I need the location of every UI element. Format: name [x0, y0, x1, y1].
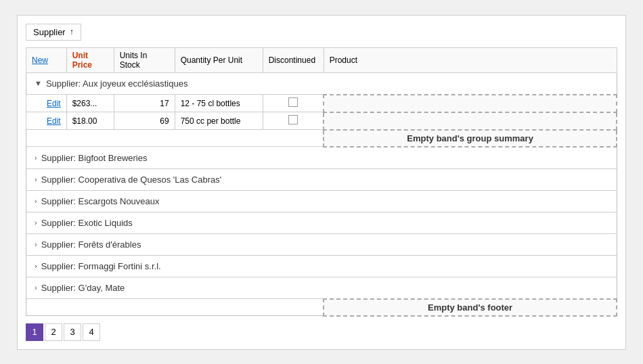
qty-cell-0-0: 12 - 75 cl bottles — [175, 95, 263, 112]
col-header-discontinued: Discontinued — [263, 47, 324, 72]
col-header-units-stock: Units In Stock — [114, 47, 175, 72]
col-header-new: New — [26, 47, 67, 72]
col-header-qty-per-unit: Quantity Per Unit — [175, 47, 263, 72]
unit-price-cell-0-0: $263... — [66, 95, 114, 112]
group-label-3: Supplier: Escargots Nouveaux — [41, 196, 160, 206]
checkbox-0-0[interactable] — [288, 97, 298, 107]
discontinued-label: Discontinued — [269, 55, 315, 65]
footer-empty — [26, 299, 324, 316]
edit-link-0-0[interactable]: Edit — [47, 99, 61, 108]
data-row-0-0: Edit $263... 17 12 - 75 cl bottles Band'… — [26, 95, 617, 112]
group-summary-row: Empty band's group summary — [26, 130, 617, 147]
chevron-right-icon-4[interactable]: › — [35, 219, 37, 227]
chevron-right-icon-5[interactable]: › — [35, 240, 37, 248]
header-row: New Unit Price Units In Stock Quantity P… — [26, 47, 617, 72]
group-label-1: Supplier: Bigfoot Breweries — [41, 153, 148, 163]
empty-product-cell-0-0: Band's Empty Data Cell — [324, 95, 617, 112]
group-row-6: › Supplier: Formaggi Fortini s.r.l. — [26, 255, 617, 277]
product-label: Product — [330, 55, 357, 65]
group-row-7: › Supplier: G'day, Mate — [26, 277, 617, 299]
page-btn-4[interactable]: 4 — [83, 323, 100, 341]
col-header-unit-price: Unit Price — [66, 47, 114, 72]
checkbox-0-1[interactable] — [288, 115, 298, 124]
units-stock-cell-0-1: 69 — [114, 112, 175, 130]
group-label-7: Supplier: G'day, Mate — [41, 283, 125, 293]
data-row-0-1: Edit $18.00 69 750 cc per bottle — [26, 112, 617, 130]
group-row-0: ▼ Supplier: Aux joyeux ecclésiastiques — [26, 72, 617, 95]
chevron-right-icon-3[interactable]: › — [35, 197, 37, 205]
unit-price-cell-0-1: $18.00 — [66, 112, 114, 130]
col-header-product: Product Header Band Cell — [324, 47, 617, 72]
new-link[interactable]: New — [32, 55, 48, 65]
group-label-0: Supplier: Aux joyeux ecclésiastiques — [46, 78, 188, 89]
qty-per-unit-label: Quantity Per Unit — [181, 55, 242, 65]
units-stock-cell-0-0: 17 — [114, 95, 175, 112]
group-row-3: › Supplier: Escargots Nouveaux — [26, 190, 617, 212]
group-row-1: › Supplier: Bigfoot Breweries — [26, 147, 617, 169]
pagination: 1 2 3 4 — [26, 323, 617, 341]
discontinued-cell-0-1 — [263, 112, 324, 130]
group-label-6: Supplier: Formaggi Fortini s.r.l. — [41, 261, 161, 271]
sort-arrow-icon: ↑ — [70, 27, 74, 37]
group-row-2: › Supplier: Cooperativa de Quesos 'Las C… — [26, 168, 617, 190]
chevron-right-icon-1[interactable]: › — [35, 154, 37, 162]
sort-button-label: Supplier — [33, 27, 66, 37]
units-stock-label: Units In Stock — [120, 51, 148, 70]
edit-cell-0-1: Edit — [26, 112, 67, 130]
group-label-4: Supplier: Exotic Liquids — [41, 218, 133, 228]
chevron-down-icon[interactable]: ▼ — [35, 79, 42, 87]
discontinued-cell-0-0 — [263, 95, 324, 112]
group-label-5: Supplier: Forêts d'érables — [41, 240, 141, 250]
chevron-right-icon-2[interactable]: › — [35, 175, 37, 183]
group-row-4: › Supplier: Exotic Liquids — [26, 212, 617, 233]
chevron-right-icon-7[interactable]: › — [35, 283, 37, 292]
page-btn-2[interactable]: 2 — [45, 323, 62, 341]
page-btn-3[interactable]: 3 — [64, 323, 81, 341]
edit-cell-0-0: Edit — [26, 95, 67, 112]
page-btn-1[interactable]: 1 — [26, 323, 43, 341]
unit-price-label: Unit Price — [72, 51, 92, 70]
edit-link-0-1[interactable]: Edit — [47, 116, 61, 126]
group-row-5: › Supplier: Forêts d'érables — [26, 233, 617, 255]
footer-row: Empty band's footer — [26, 299, 617, 316]
empty-product-cell-0-1 — [324, 112, 617, 130]
qty-cell-0-1: 750 cc per bottle — [175, 112, 263, 130]
group-summary-empty — [26, 130, 324, 147]
main-table: New Unit Price Units In Stock Quantity P… — [26, 47, 617, 317]
footer-cell: Empty band's footer — [324, 299, 617, 316]
group-label-2: Supplier: Cooperativa de Quesos 'Las Cab… — [41, 175, 222, 185]
sort-button[interactable]: Supplier ↑ — [26, 24, 81, 41]
chevron-right-icon-6[interactable]: › — [35, 262, 37, 270]
group-summary-cell: Empty band's group summary — [324, 130, 617, 147]
